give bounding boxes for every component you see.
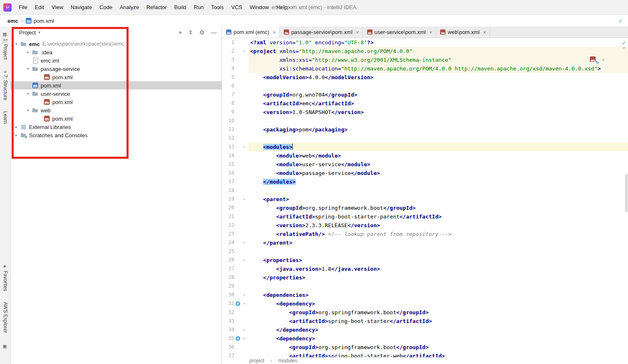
- tab-close-icon[interactable]: ×: [483, 29, 486, 36]
- menu-build[interactable]: Build: [170, 0, 190, 15]
- code-editor[interactable]: 1<?xml version="1.0" encoding="UTF-8"?>2…: [222, 38, 628, 357]
- fold-marker-icon[interactable]: −: [241, 143, 247, 151]
- chevron-down-icon[interactable]: ▾: [25, 92, 31, 96]
- code-text[interactable]: </modules>: [248, 177, 628, 186]
- code-text[interactable]: <groupId>org.springframework.boot</group…: [248, 204, 628, 212]
- chevron-down-icon[interactable]: ▾: [25, 108, 31, 112]
- code-text[interactable]: <dependency>: [248, 299, 628, 308]
- tab-web-pom-xml[interactable]: web\pom.xml×: [436, 27, 490, 38]
- code-text[interactable]: [248, 116, 628, 125]
- editor-scrollbar[interactable]: [625, 38, 628, 357]
- menu-refactor[interactable]: Refactor: [143, 0, 170, 15]
- tool-button-learn[interactable]: Learn: [2, 111, 8, 124]
- menu-run[interactable]: Run: [190, 0, 207, 15]
- settings-button[interactable]: ⚙: [199, 27, 204, 38]
- breadcrumb-project-tag[interactable]: project: [249, 358, 264, 364]
- tree-item-web[interactable]: ▾web: [11, 106, 222, 114]
- tab-user-service-pom-xml[interactable]: user-service\pom.xml×: [363, 27, 436, 38]
- menu-analyze[interactable]: Analyze: [116, 0, 143, 15]
- menu-tools[interactable]: Tools: [207, 0, 227, 15]
- inspections-status[interactable]: ✓: [618, 15, 623, 27]
- tool-button-toolwindow-toggle-icon[interactable]: ▣: [2, 344, 8, 351]
- code-text[interactable]: [248, 282, 628, 291]
- tree-item-emc-iml[interactable]: emc.iml: [11, 56, 222, 65]
- fold-marker-icon[interactable]: −: [241, 195, 247, 204]
- code-text[interactable]: <artifactId>spring-boot-starter-parent</…: [248, 212, 628, 221]
- menu-window[interactable]: Window: [246, 0, 273, 15]
- code-text[interactable]: </parent>: [248, 238, 628, 247]
- code-text[interactable]: xmlns:xsi="http://www.w3.org/2001/XMLSch…: [248, 56, 628, 64]
- maven-reload-icon[interactable]: ↻: [590, 56, 597, 63]
- code-text[interactable]: <artifactId>spring-boot-starter-web</art…: [248, 352, 628, 357]
- menu-view[interactable]: View: [48, 0, 67, 15]
- code-text[interactable]: <groupId>org.wno704</groupId>: [248, 90, 628, 99]
- tree-item-idea[interactable]: ▸.idea: [11, 48, 222, 56]
- breadcrumb-file[interactable]: pom.xml: [34, 18, 54, 24]
- chevron-right-icon[interactable]: ▸: [13, 125, 19, 129]
- code-text[interactable]: <artifactId>spring-boot-starter</artifac…: [248, 317, 628, 325]
- code-text[interactable]: <relativePath/> <!-- lookup parent from …: [248, 230, 628, 238]
- tree-item-emc[interactable]: ▾emcE:\workspace\workspace(idea)\emc: [11, 40, 222, 48]
- code-text[interactable]: <properties>: [248, 256, 628, 265]
- code-text[interactable]: [248, 134, 628, 143]
- tree-item-user-service[interactable]: ▾user-service: [11, 90, 222, 98]
- fold-marker-icon[interactable]: −: [241, 334, 247, 343]
- fold-marker-icon[interactable]: −: [241, 256, 247, 265]
- code-text[interactable]: <modules>: [248, 143, 628, 151]
- dependency-gutter-icon[interactable]: [236, 301, 240, 306]
- tree-item-pom-xml[interactable]: pom.xml: [11, 81, 222, 90]
- menu-edit[interactable]: Edit: [31, 0, 48, 15]
- tool-button-aws-explorer[interactable]: AWS Explorer: [2, 302, 8, 333]
- breadcrumb-project[interactable]: emc: [7, 18, 18, 24]
- code-text[interactable]: <modelVersion>4.0.0</modelVersion>: [248, 73, 628, 82]
- code-text[interactable]: <groupId>org.springframework.boot</group…: [248, 343, 628, 352]
- code-text[interactable]: <artifactId>emc</artifactId>: [248, 99, 628, 108]
- tab-pom-xml-emc[interactable]: pom.xml (emc)×: [222, 27, 280, 38]
- code-text[interactable]: <dependencies>: [248, 291, 628, 299]
- close-icon[interactable]: ×: [601, 57, 605, 63]
- code-text[interactable]: xsi:schemaLocation="http://maven.apache.…: [248, 64, 628, 73]
- code-text[interactable]: <?xml version="1.0" encoding="UTF-8"?>: [248, 38, 628, 47]
- tool-button-7-structure[interactable]: ≡7: Structure: [2, 70, 8, 100]
- fold-marker-icon[interactable]: −: [241, 299, 247, 308]
- locate-file-button[interactable]: ⌖: [179, 27, 182, 38]
- fold-marker-icon[interactable]: −: [241, 291, 247, 299]
- code-text[interactable]: <parent>: [248, 195, 628, 204]
- fold-marker-icon[interactable]: −: [241, 325, 247, 334]
- code-text[interactable]: [248, 82, 628, 90]
- code-text[interactable]: </dependency>: [248, 325, 628, 334]
- tree-item-pom-xml[interactable]: pom.xml: [11, 98, 222, 106]
- code-text[interactable]: <packaging>pom</packaging>: [248, 125, 628, 134]
- tree-item-scratches-and-consoles[interactable]: ▸Scratches and Consoles: [11, 131, 222, 139]
- code-text[interactable]: </properties>: [248, 273, 628, 282]
- menu-code[interactable]: Code: [96, 0, 116, 15]
- tab-passage-service-pom-xml[interactable]: passage-service\pom.xml×: [280, 27, 363, 38]
- tab-close-icon[interactable]: ×: [429, 29, 432, 36]
- dependency-gutter-icon[interactable]: [236, 336, 240, 341]
- code-text[interactable]: <project xmlns="http://maven.apache.org/…: [248, 47, 628, 56]
- tree-item-pom-xml[interactable]: pom.xml: [11, 114, 222, 123]
- tab-close-icon[interactable]: ×: [356, 29, 359, 36]
- menu-file[interactable]: File: [15, 0, 31, 15]
- scrollbar-thumb[interactable]: [625, 174, 628, 212]
- hide-panel-button[interactable]: —: [211, 27, 217, 38]
- code-text[interactable]: <module>passage-service</module>: [248, 169, 628, 177]
- tool-button-favorites[interactable]: ★Favorites: [2, 264, 8, 291]
- tab-close-icon[interactable]: ×: [273, 29, 276, 36]
- code-text[interactable]: [248, 186, 628, 195]
- chevron-down-icon[interactable]: ▾: [38, 30, 40, 34]
- tree-item-external-libraries[interactable]: ▸▤External Libraries: [11, 123, 222, 131]
- breadcrumb-modules-tag[interactable]: modules: [278, 358, 297, 364]
- tool-button-1-project[interactable]: ▦1: Project: [2, 32, 8, 60]
- code-text[interactable]: <module>user-service</module>: [248, 160, 628, 169]
- code-text[interactable]: <version>2.3.3.RELEASE</version>: [248, 221, 628, 230]
- collapse-all-button[interactable]: ⇕: [188, 27, 193, 38]
- chevron-down-icon[interactable]: ▾: [25, 67, 31, 71]
- menu-vcs[interactable]: VCS: [227, 0, 246, 15]
- code-text[interactable]: [248, 247, 628, 256]
- chevron-down-icon[interactable]: ▾: [13, 42, 19, 46]
- tree-item-pom-xml[interactable]: pom.xml: [11, 73, 222, 81]
- code-text[interactable]: <java.version>1.8</java.version>: [248, 265, 628, 273]
- code-text[interactable]: <groupId>org.springframework.boot</group…: [248, 308, 628, 317]
- chevron-right-icon[interactable]: ▸: [13, 133, 19, 137]
